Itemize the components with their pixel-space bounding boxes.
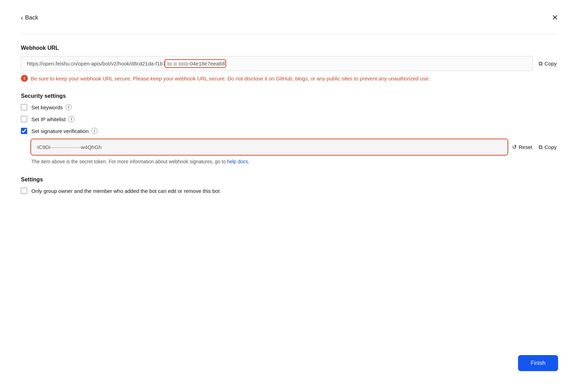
settings-label: Settings (21, 177, 558, 183)
security-settings-section: Security settings Set keywords i Set IP … (21, 93, 558, 165)
warning-exclamation: ! (24, 76, 25, 81)
copy-token-button[interactable]: ⧉ Copy (537, 141, 558, 153)
signature-sub-section: ↺ Reset ⧉ Copy The item above is the sec… (31, 140, 558, 165)
reset-token-button[interactable]: ↺ Reset (511, 141, 534, 153)
owner-only-checkbox[interactable] (21, 188, 27, 194)
reset-label: Reset (519, 144, 532, 150)
signature-label[interactable]: Set signature verification i (31, 128, 98, 134)
back-label: Back (25, 14, 38, 21)
security-settings-label: Security settings (21, 93, 558, 99)
url-highlighted-portion: -04e18e7eea68 (166, 61, 225, 66)
settings-section: Settings Only group owner and the member… (21, 177, 558, 194)
owner-only-row: Only group owner and the member who adde… (21, 188, 558, 194)
signature-info-icon[interactable]: i (91, 128, 98, 134)
keywords-info-icon[interactable]: i (65, 104, 72, 110)
signature-row: Set signature verification i (21, 128, 558, 134)
keywords-label[interactable]: Set keywords i (31, 104, 72, 110)
copy-url-label: Copy (545, 61, 557, 66)
keywords-checkbox[interactable] (21, 104, 27, 110)
close-button[interactable]: ✕ (552, 14, 558, 22)
webhook-url-label: Webhook URL (21, 45, 558, 51)
page-header: ‹ Back ✕ (21, 14, 558, 22)
webhook-url-section: Webhook URL https://open.feishu.cn/open-… (21, 45, 558, 83)
ip-whitelist-row: Set IP whitelist i (21, 116, 558, 122)
signature-checkbox[interactable] (21, 128, 27, 134)
ip-whitelist-checkbox[interactable] (21, 116, 27, 122)
token-input[interactable] (31, 140, 507, 155)
finish-button[interactable]: Finish (518, 355, 558, 371)
chevron-left-icon: ‹ (21, 14, 23, 22)
warning-row: ! Be sure to keep your webhook URL secur… (21, 75, 558, 83)
warning-text: Be sure to keep your webhook URL secure.… (31, 75, 430, 83)
ip-whitelist-info-icon[interactable]: i (68, 116, 75, 122)
url-input-row: https://open.feishu.cn/open-apis/bot/v2/… (21, 56, 558, 71)
back-button[interactable]: ‹ Back (21, 14, 38, 22)
copy-icon: ⧉ (539, 61, 542, 67)
copy-url-button[interactable]: ⧉ Copy (537, 58, 558, 70)
top-divider (21, 34, 558, 34)
warning-icon: ! (21, 75, 28, 82)
keywords-row: Set keywords i (21, 104, 558, 110)
token-note: The item above is the secret token. For … (31, 158, 558, 165)
url-suffix: -04e18e7eea68 (188, 61, 225, 66)
copy-token-icon: ⧉ (539, 144, 542, 150)
help-docs-link[interactable]: help docs (227, 159, 248, 164)
reset-icon: ↺ (512, 144, 517, 150)
token-input-row: ↺ Reset ⧉ Copy (31, 140, 558, 155)
ip-whitelist-label[interactable]: Set IP whitelist i (31, 116, 75, 122)
owner-only-label[interactable]: Only group owner and the member who adde… (31, 188, 219, 194)
copy-token-label: Copy (545, 144, 557, 150)
close-icon: ✕ (552, 13, 558, 22)
url-prefix: https://open.feishu.cn/open-apis/bot/v2/… (27, 61, 166, 66)
webhook-url-input[interactable]: https://open.feishu.cn/open-apis/bot/v2/… (21, 56, 533, 71)
